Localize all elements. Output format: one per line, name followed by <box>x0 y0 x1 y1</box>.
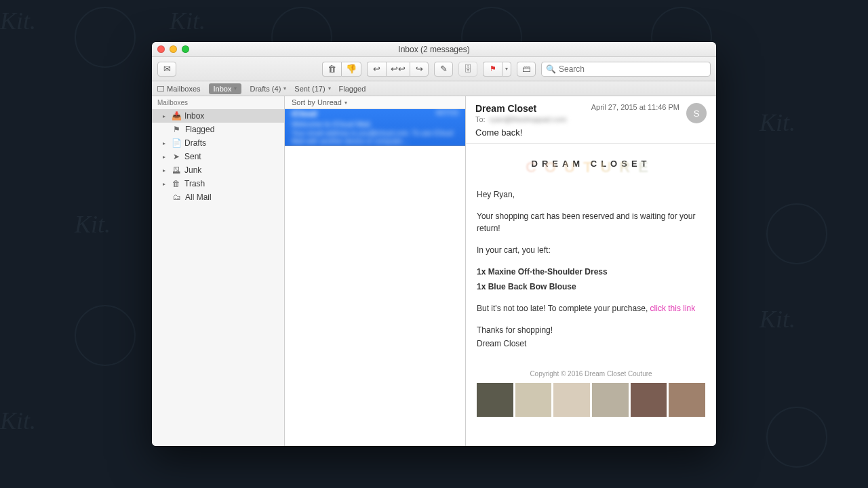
trash-icon: 🗑 <box>172 179 180 188</box>
brand-logo: DREAM CLOSET <box>477 157 705 171</box>
search-field[interactable]: 🔍 <box>541 62 711 77</box>
chevron-down-icon: ▾ <box>344 100 347 106</box>
sidebar-item-inbox[interactable]: ▸ 📥 Inbox <box>152 109 284 123</box>
sidebar-item-label: Trash <box>184 179 205 188</box>
delete-button[interactable]: 🗑 <box>322 62 341 77</box>
msg-sender: iCloud <box>292 109 317 119</box>
favorites-bar: Mailboxes Inbox▾ Drafts (4) ▾ Sent (17) … <box>152 81 716 96</box>
body-signature: Dream Closet <box>477 338 705 350</box>
sidebar-section-header: Mailboxes <box>152 96 284 109</box>
fav-drafts[interactable]: Drafts (4) ▾ <box>250 85 286 93</box>
body-reserved: Your shopping cart has been reserved and… <box>477 210 705 235</box>
to-address: ryan@theshoppad.com <box>490 115 567 123</box>
sort-label: Sort by Unread <box>292 98 342 106</box>
forward-button[interactable]: ↪ <box>410 62 429 77</box>
body-item-2: 1x Blue Back Bow Blouse <box>477 282 576 291</box>
sidebar-item-label: Sent <box>184 152 201 161</box>
message-from: Dream Closet <box>475 103 567 114</box>
junk-button[interactable]: 👎 <box>341 62 361 77</box>
minimize-window-button[interactable] <box>170 45 177 53</box>
body-thanks: Thanks for shopping! <box>477 324 705 336</box>
message-list: Sort by Unread ▾ iCloud 4/27/15 Welcome … <box>285 96 466 446</box>
fav-inbox[interactable]: Inbox▾ <box>209 83 242 94</box>
search-icon: 🔍 <box>546 64 556 74</box>
drafts-icon: 📄 <box>172 138 180 148</box>
sidebar-item-trash[interactable]: ▸ 🗑 Trash <box>152 177 284 190</box>
mailboxes-toggle[interactable]: Mailboxes <box>157 85 201 93</box>
chevron-down-icon: ▾ <box>283 85 286 92</box>
sidebar-item-label: Junk <box>184 165 201 175</box>
message-row-selected[interactable]: iCloud 4/27/15 Welcome to iCloud Mail. Y… <box>285 109 465 146</box>
cta-link[interactable]: click this link <box>650 304 696 313</box>
disclosure-triangle-icon[interactable]: ▸ <box>163 113 167 119</box>
to-label: To: <box>475 115 486 123</box>
reply-all-button[interactable]: ↩↩ <box>386 62 410 77</box>
body-greeting: Hey Ryan, <box>477 188 705 201</box>
chevron-down-icon: ▾ <box>328 85 331 92</box>
disclosure-triangle-icon[interactable]: ▸ <box>163 181 167 187</box>
thumb[interactable] <box>669 383 705 417</box>
fav-flagged[interactable]: Flagged <box>339 85 366 93</box>
close-window-button[interactable] <box>157 45 165 53</box>
message-content: Dream Closet To: ryan@theshoppad.com Apr… <box>466 96 716 446</box>
mailbox-sidebar: Mailboxes ▸ 📥 Inbox ⚑ Flagged ▸ 📄 Drafts… <box>152 96 285 446</box>
sidebar-item-sent[interactable]: ▸ ➤ Sent <box>152 150 284 163</box>
sidebar-item-label: All Mail <box>185 192 212 202</box>
email-copyright: Copyright © 2016 Dream Closet Couture <box>477 369 705 379</box>
chevron-down-icon: ▾ <box>505 66 508 72</box>
move-to-button[interactable]: 🗃 <box>517 62 536 77</box>
archive-icon: 🗄 <box>464 64 473 74</box>
forward-icon: ↪ <box>416 64 423 74</box>
disclosure-triangle-icon[interactable]: ▸ <box>163 140 167 146</box>
cta-prefix: But it's not too late! To complete your … <box>477 304 650 313</box>
msg-date: 4/27/15 <box>436 109 458 119</box>
inbox-icon: 📥 <box>172 111 180 121</box>
thumb[interactable] <box>515 383 552 417</box>
sender-avatar: S <box>686 103 707 123</box>
sidebar-item-allmail[interactable]: 🗂 All Mail <box>152 190 284 204</box>
get-mail-button[interactable]: ✉ <box>157 62 176 77</box>
body-cta: But it's not too late! To complete your … <box>477 302 705 314</box>
thumb[interactable] <box>592 383 629 417</box>
product-thumbnails <box>477 383 705 417</box>
sidebar-item-flagged[interactable]: ⚑ Flagged <box>152 123 284 136</box>
disclosure-triangle-icon[interactable]: ▸ <box>163 154 167 160</box>
trash-icon: 🗑 <box>328 64 336 74</box>
toolbar: ✉ 🗑 👎 ↩ ↩↩ ↪ ✎ 🗄 ⚑ ▾ 🗃 🔍 <box>152 57 716 81</box>
body-item-1: 1x Maxine Off-the-Shoulder Dress <box>477 267 608 277</box>
folder-icon: 🗃 <box>522 64 531 74</box>
msg-preview: Your email address is you@icloud.com. To… <box>292 129 458 146</box>
flag-icon: ⚑ <box>172 125 181 134</box>
message-body: DREAM CLOSET Hey Ryan, Your shopping car… <box>466 144 716 426</box>
thumb[interactable] <box>477 383 513 417</box>
sidebar-item-junk[interactable]: ▸ 🗳 Junk <box>152 163 284 177</box>
disclosure-triangle-icon[interactable]: ▸ <box>163 167 167 174</box>
zoom-window-button[interactable] <box>182 45 189 53</box>
sidebar-toggle-icon <box>157 86 164 92</box>
fav-sent[interactable]: Sent (17) ▾ <box>294 85 330 93</box>
flag-button[interactable]: ⚑ <box>483 62 502 77</box>
message-subject: Come back! <box>475 127 707 138</box>
search-input[interactable] <box>559 64 706 74</box>
reply-all-icon: ↩↩ <box>391 64 406 74</box>
flag-menu-button[interactable]: ▾ <box>502 62 511 77</box>
message-header: Dream Closet To: ryan@theshoppad.com Apr… <box>466 96 716 144</box>
compose-button[interactable]: ✎ <box>434 62 453 77</box>
sidebar-item-drafts[interactable]: ▸ 📄 Drafts <box>152 136 284 150</box>
mail-window: Inbox (2 messages) ✉ 🗑 👎 ↩ ↩↩ ↪ ✎ 🗄 ⚑ ▾ … <box>152 42 716 446</box>
compose-icon: ✎ <box>440 64 448 74</box>
message-to: To: ryan@theshoppad.com <box>475 115 567 123</box>
flag-icon: ⚑ <box>490 64 496 73</box>
archive-button[interactable]: 🗄 <box>458 62 477 77</box>
titlebar: Inbox (2 messages) <box>152 42 716 57</box>
reply-button[interactable]: ↩ <box>367 62 386 77</box>
sort-bar[interactable]: Sort by Unread ▾ <box>285 96 465 109</box>
chevron-down-icon: ▾ <box>234 85 237 92</box>
reply-icon: ↩ <box>373 64 380 74</box>
thumb-down-icon: 👎 <box>346 64 357 74</box>
thumb[interactable] <box>553 383 590 417</box>
msg-subject: Welcome to iCloud Mail. <box>292 120 458 128</box>
body-left: In your cart, you left: <box>477 244 705 256</box>
thumb[interactable] <box>631 383 667 417</box>
sidebar-item-label: Inbox <box>184 111 204 121</box>
